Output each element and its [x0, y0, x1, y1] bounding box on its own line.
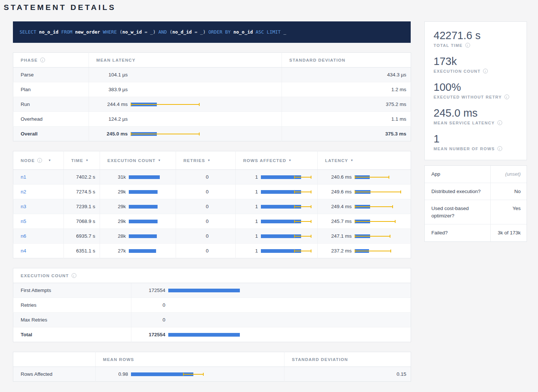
latency-value: 249.4 ms	[325, 204, 352, 209]
time-column-header[interactable]: TIME▼	[64, 151, 100, 170]
node-link[interactable]: n5	[21, 219, 26, 224]
node-link[interactable]: n2	[21, 189, 26, 195]
stdev-cell: 434.3 µs	[282, 68, 411, 82]
latency-value: 237.2 ms	[325, 248, 352, 254]
mean-bar	[129, 234, 157, 238]
node-column-label: NODE	[21, 158, 35, 163]
phase-row: Overall245.0 ms375.3 ms	[13, 127, 411, 141]
sql-token: no_w_id	[122, 29, 142, 35]
stat-value: 42271.6 s	[434, 29, 518, 42]
sql-token: ASC LIMIT	[253, 29, 283, 35]
info-icon[interactable]: i	[40, 58, 45, 62]
execution-count-column-header[interactable]: EXECUTION COUNT▼	[100, 151, 176, 170]
sort-arrow-icon[interactable]: ▼	[351, 159, 354, 162]
latency-column-header[interactable]: LATENCY▼	[318, 151, 411, 170]
node-column-header[interactable]: NODEi▼	[13, 151, 64, 170]
info-icon[interactable]: i	[497, 146, 502, 151]
phase-row: Run244.4 ms375.2 ms	[13, 97, 411, 112]
latency-bar-chart	[131, 73, 277, 77]
sort-arrow-icon[interactable]: ▼	[207, 159, 211, 162]
stat-label: MEAN NUMBER OF ROWSi	[434, 146, 518, 151]
count-value: 0	[139, 317, 165, 323]
time-cell: 6935.7 s	[64, 229, 100, 244]
info-icon[interactable]: i	[465, 43, 470, 48]
stdev-whisker	[294, 192, 311, 192]
label-cell: First Attempts	[13, 283, 131, 298]
execution-count-row: Total172554	[13, 327, 411, 342]
mean-latency-column-label: MEAN LATENCY	[96, 58, 135, 62]
sort-arrow-icon[interactable]: ▼	[158, 159, 161, 162]
info-icon[interactable]: i	[72, 273, 76, 278]
mean-latency-value: 244.4 ms	[96, 102, 128, 107]
phase-column-label: PHASE	[21, 58, 38, 62]
attribute-value: Yes	[491, 200, 527, 224]
execution-count-cell: 27k	[100, 244, 176, 258]
label-cell: Max Retries	[13, 313, 131, 327]
execution-count-bar-chart	[129, 175, 171, 179]
retries-cell: 0	[176, 214, 236, 229]
count-value-cell: 172554	[131, 283, 411, 298]
stdev-cell: 375.2 ms	[282, 97, 411, 112]
node-link[interactable]: n6	[21, 233, 26, 239]
mean-latency-cell: 124.2 µs	[89, 112, 282, 127]
rows-stdev-column-header: STANDARD DEVIATION	[284, 352, 411, 367]
execution-count-table-label: EXECUTION COUNT	[21, 274, 69, 278]
sql-token: (	[169, 29, 172, 35]
stat-label-text: EXECUTED WITHOUT RETRY	[434, 95, 502, 99]
info-icon[interactable]: i	[504, 94, 509, 99]
stat-label-text: TOTAL TIME	[434, 43, 463, 48]
latency-cell: 237.2 ms	[318, 244, 411, 258]
stat-value: 1	[434, 133, 518, 145]
summary-stat: 1MEAN NUMBER OF ROWSi	[434, 133, 518, 151]
attribute-value: No	[491, 183, 527, 200]
stdev-cell: 1.2 ms	[282, 82, 411, 97]
stdev-whisker	[294, 251, 311, 251]
info-icon[interactable]: i	[37, 158, 42, 163]
rows-affected-cell: 1	[236, 244, 318, 258]
rows-affected-table: MEAN ROWS STANDARD DEVIATION Rows Affect…	[13, 352, 411, 382]
execution-count-cell: 29k	[100, 214, 176, 229]
latency-bar-chart	[355, 219, 406, 224]
attribute-label: Used cost-based optimizer?	[425, 200, 491, 224]
rows-affected-bar-chart	[261, 249, 313, 253]
mean-bar	[168, 333, 240, 337]
info-icon[interactable]: i	[483, 69, 488, 73]
mean-latency-value: 245.0 ms	[96, 131, 128, 137]
retries-cell: 0	[176, 199, 236, 214]
latency-bar-chart	[131, 102, 277, 107]
label-cell: Retries	[13, 298, 131, 313]
node-cell: n5	[13, 214, 64, 229]
latency-cell: 245.7 ms	[318, 214, 411, 229]
sql-statement: SELECT no_o_id FROM new_order WHERE (no_…	[13, 21, 411, 43]
latency-bar-chart	[131, 132, 277, 136]
count-value: 172554	[139, 332, 165, 337]
rows-affected-column-label: ROWS AFFECTED	[243, 158, 286, 163]
node-link[interactable]: n3	[21, 204, 26, 209]
count-value-cell: 0	[131, 313, 411, 327]
rows-affected-column-header[interactable]: ROWS AFFECTED▼	[236, 151, 318, 170]
sort-arrow-icon[interactable]: ▼	[289, 159, 292, 162]
execution-count-row: Retries0	[13, 298, 411, 313]
stdev-whisker	[294, 221, 311, 222]
node-link[interactable]: n1	[21, 174, 26, 180]
retries-cell: 0	[176, 244, 236, 258]
info-icon[interactable]: i	[497, 120, 502, 125]
execution-count-column-label: EXECUTION COUNT	[107, 158, 156, 163]
node-table: NODEi▼ TIME▼ EXECUTION COUNT▼ RETRIES▼ R…	[13, 151, 411, 258]
retries-column-header[interactable]: RETRIES▼	[176, 151, 236, 170]
mean-bar	[129, 249, 156, 253]
stat-label: EXECUTION COUNTi	[434, 69, 518, 73]
latency-bar-chart	[355, 204, 406, 209]
main-column: SELECT no_o_id FROM new_order WHERE (no_…	[13, 21, 411, 382]
phase-cell: Plan	[13, 82, 89, 97]
sort-arrow-icon[interactable]: ▼	[48, 159, 51, 162]
stdev-whisker	[355, 236, 390, 237]
sort-arrow-icon[interactable]: ▼	[86, 159, 89, 162]
sql-token: ORDER BY	[208, 29, 234, 35]
stdev-whisker	[294, 236, 311, 237]
count-bar-chart	[168, 303, 406, 307]
node-link[interactable]: n4	[21, 248, 26, 254]
attribute-row: Failed?3k of 173k	[425, 224, 527, 241]
sql-token: = _)	[142, 29, 158, 35]
rows-affected-cell: 1	[236, 214, 318, 229]
